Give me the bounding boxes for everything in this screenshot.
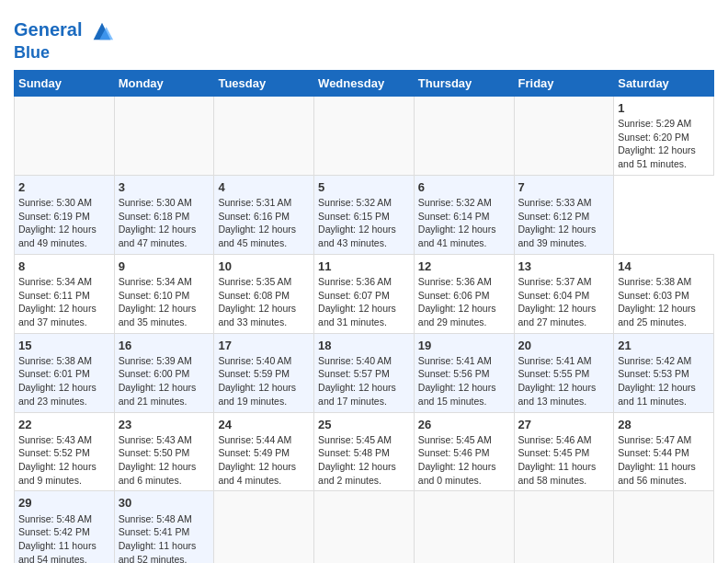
calendar-cell bbox=[614, 491, 714, 563]
sunset-info: Sunset: 6:15 PM bbox=[318, 210, 410, 224]
sunset-info: Sunset: 6:14 PM bbox=[418, 210, 510, 224]
daylight-info: Daylight: 12 hours and 17 minutes. bbox=[318, 381, 410, 408]
page-header: General Blue bbox=[14, 9, 714, 63]
sunset-info: Sunset: 6:06 PM bbox=[418, 289, 510, 303]
sunset-info: Sunset: 5:50 PM bbox=[119, 446, 210, 460]
sunset-info: Sunset: 5:42 PM bbox=[18, 525, 110, 539]
calendar-cell: 6 Sunrise: 5:32 AM Sunset: 6:14 PM Dayli… bbox=[414, 175, 514, 254]
daylight-info: Daylight: 12 hours and 41 minutes. bbox=[418, 223, 510, 249]
sunset-info: Sunset: 6:16 PM bbox=[218, 210, 310, 224]
sunset-info: Sunset: 5:56 PM bbox=[418, 367, 510, 381]
daylight-info: Daylight: 11 hours and 54 minutes. bbox=[18, 539, 110, 563]
sunset-info: Sunset: 6:04 PM bbox=[518, 289, 610, 303]
day-number: 4 bbox=[218, 179, 310, 196]
sunset-info: Sunset: 6:18 PM bbox=[119, 210, 210, 224]
sunset-info: Sunset: 5:48 PM bbox=[318, 446, 410, 460]
sunset-info: Sunset: 6:01 PM bbox=[18, 367, 110, 381]
calendar-cell: 18 Sunrise: 5:40 AM Sunset: 5:57 PM Dayl… bbox=[314, 333, 415, 412]
calendar-cell: 26 Sunrise: 5:45 AM Sunset: 5:46 PM Dayl… bbox=[414, 412, 514, 491]
calendar-week-row: 2 Sunrise: 5:30 AM Sunset: 6:19 PM Dayli… bbox=[15, 175, 714, 254]
calendar-week-row: 8 Sunrise: 5:34 AM Sunset: 6:11 PM Dayli… bbox=[15, 254, 714, 333]
sunrise-info: Sunrise: 5:36 AM bbox=[318, 275, 410, 289]
sunrise-info: Sunrise: 5:45 AM bbox=[418, 433, 510, 447]
calendar-cell: 28 Sunrise: 5:47 AM Sunset: 5:44 PM Dayl… bbox=[614, 412, 714, 491]
daylight-info: Daylight: 12 hours and 11 minutes. bbox=[618, 381, 710, 408]
day-number: 30 bbox=[119, 495, 210, 511]
daylight-info: Daylight: 12 hours and 0 minutes. bbox=[418, 460, 510, 487]
day-of-week-header: Saturday bbox=[614, 70, 714, 96]
sunset-info: Sunset: 6:20 PM bbox=[618, 131, 710, 144]
logo-text2: Blue bbox=[14, 44, 115, 63]
daylight-info: Daylight: 12 hours and 19 minutes. bbox=[218, 381, 310, 408]
day-number: 26 bbox=[418, 417, 510, 433]
calendar-cell: 30 Sunrise: 5:48 AM Sunset: 5:41 PM Dayl… bbox=[114, 491, 214, 563]
day-number: 23 bbox=[119, 417, 210, 433]
sunrise-info: Sunrise: 5:30 AM bbox=[119, 196, 210, 210]
day-number: 7 bbox=[518, 179, 610, 196]
day-number: 11 bbox=[318, 259, 410, 275]
day-number: 27 bbox=[518, 417, 610, 433]
sunset-info: Sunset: 5:57 PM bbox=[318, 367, 410, 381]
calendar-cell: 27 Sunrise: 5:46 AM Sunset: 5:45 PM Dayl… bbox=[514, 412, 614, 491]
daylight-info: Daylight: 12 hours and 25 minutes. bbox=[618, 302, 710, 328]
calendar-cell: 15 Sunrise: 5:38 AM Sunset: 6:01 PM Dayl… bbox=[15, 333, 115, 412]
calendar-cell: 14 Sunrise: 5:38 AM Sunset: 6:03 PM Dayl… bbox=[614, 254, 714, 333]
daylight-info: Daylight: 12 hours and 13 minutes. bbox=[518, 381, 610, 408]
calendar-cell: 3 Sunrise: 5:30 AM Sunset: 6:18 PM Dayli… bbox=[114, 175, 214, 254]
calendar-cell: 4 Sunrise: 5:31 AM Sunset: 6:16 PM Dayli… bbox=[214, 175, 314, 254]
calendar-cell bbox=[214, 491, 314, 563]
calendar-cell: 23 Sunrise: 5:43 AM Sunset: 5:50 PM Dayl… bbox=[114, 412, 214, 491]
sunset-info: Sunset: 6:12 PM bbox=[518, 210, 610, 224]
calendar-cell bbox=[15, 96, 115, 175]
day-number: 14 bbox=[618, 259, 710, 275]
sunset-info: Sunset: 6:07 PM bbox=[318, 289, 410, 303]
sunrise-info: Sunrise: 5:42 AM bbox=[618, 354, 710, 368]
logo-text: General bbox=[14, 18, 115, 44]
sunrise-info: Sunrise: 5:46 AM bbox=[518, 433, 610, 447]
calendar-cell: 19 Sunrise: 5:41 AM Sunset: 5:56 PM Dayl… bbox=[414, 333, 514, 412]
sunrise-info: Sunrise: 5:35 AM bbox=[218, 275, 310, 289]
sunset-info: Sunset: 5:52 PM bbox=[18, 446, 110, 460]
sunset-info: Sunset: 6:00 PM bbox=[119, 367, 210, 381]
calendar-cell: 2 Sunrise: 5:30 AM Sunset: 6:19 PM Dayli… bbox=[15, 175, 115, 254]
day-of-week-header: Wednesday bbox=[314, 70, 415, 96]
calendar-cell: 9 Sunrise: 5:34 AM Sunset: 6:10 PM Dayli… bbox=[114, 254, 214, 333]
daylight-info: Daylight: 11 hours and 56 minutes. bbox=[618, 460, 710, 487]
sunrise-info: Sunrise: 5:33 AM bbox=[518, 196, 610, 210]
daylight-info: Daylight: 12 hours and 9 minutes. bbox=[18, 460, 110, 487]
day-number: 13 bbox=[518, 259, 610, 275]
calendar-cell: 24 Sunrise: 5:44 AM Sunset: 5:49 PM Dayl… bbox=[214, 412, 314, 491]
day-number: 28 bbox=[618, 417, 710, 433]
sunrise-info: Sunrise: 5:29 AM bbox=[618, 117, 710, 131]
day-number: 15 bbox=[18, 338, 110, 354]
daylight-info: Daylight: 12 hours and 23 minutes. bbox=[18, 381, 110, 408]
calendar-week-row: 22 Sunrise: 5:43 AM Sunset: 5:52 PM Dayl… bbox=[15, 412, 714, 491]
daylight-info: Daylight: 11 hours and 58 minutes. bbox=[518, 460, 610, 487]
day-number: 9 bbox=[119, 259, 210, 275]
sunset-info: Sunset: 5:41 PM bbox=[119, 525, 210, 539]
sunrise-info: Sunrise: 5:48 AM bbox=[119, 512, 210, 526]
sunrise-info: Sunrise: 5:32 AM bbox=[418, 196, 510, 210]
daylight-info: Daylight: 12 hours and 21 minutes. bbox=[119, 381, 210, 408]
day-number: 6 bbox=[418, 179, 510, 196]
daylight-info: Daylight: 12 hours and 2 minutes. bbox=[318, 460, 410, 487]
calendar-cell: 25 Sunrise: 5:45 AM Sunset: 5:48 PM Dayl… bbox=[314, 412, 415, 491]
calendar-cell: 16 Sunrise: 5:39 AM Sunset: 6:00 PM Dayl… bbox=[114, 333, 214, 412]
daylight-info: Daylight: 12 hours and 33 minutes. bbox=[218, 302, 310, 328]
sunset-info: Sunset: 5:59 PM bbox=[218, 367, 310, 381]
day-of-week-header: Friday bbox=[514, 70, 614, 96]
calendar-cell bbox=[514, 96, 614, 175]
sunrise-info: Sunrise: 5:41 AM bbox=[418, 354, 510, 368]
calendar-cell: 29 Sunrise: 5:48 AM Sunset: 5:42 PM Dayl… bbox=[15, 491, 115, 563]
sunset-info: Sunset: 6:11 PM bbox=[18, 289, 110, 303]
sunrise-info: Sunrise: 5:40 AM bbox=[218, 354, 310, 368]
calendar-cell: 11 Sunrise: 5:36 AM Sunset: 6:07 PM Dayl… bbox=[314, 254, 415, 333]
sunrise-info: Sunrise: 5:38 AM bbox=[618, 275, 710, 289]
calendar-cell: 21 Sunrise: 5:42 AM Sunset: 5:53 PM Dayl… bbox=[614, 333, 714, 412]
calendar-cell: 5 Sunrise: 5:32 AM Sunset: 6:15 PM Dayli… bbox=[314, 175, 415, 254]
day-number: 19 bbox=[418, 338, 510, 354]
calendar-cell: 22 Sunrise: 5:43 AM Sunset: 5:52 PM Dayl… bbox=[15, 412, 115, 491]
daylight-info: Daylight: 12 hours and 49 minutes. bbox=[18, 223, 110, 249]
daylight-info: Daylight: 11 hours and 52 minutes. bbox=[119, 539, 210, 563]
day-of-week-header: Thursday bbox=[414, 70, 514, 96]
